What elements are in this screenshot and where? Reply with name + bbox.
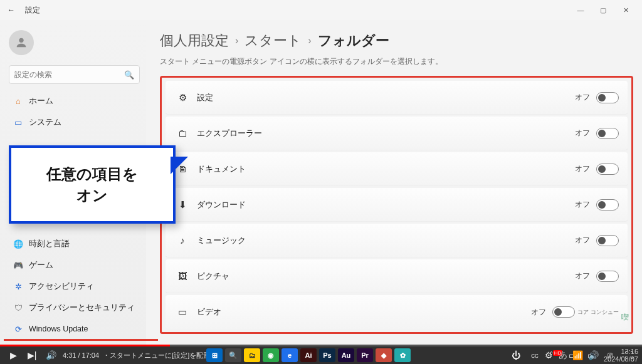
row-explorer[interactable]: 🗀 エクスプローラー オフ xyxy=(166,117,628,150)
tray-chevron-icon[interactable]: ˄ xyxy=(549,350,554,360)
taskbar-edge-icon[interactable]: e xyxy=(282,348,298,362)
sidebar-item-label: システム xyxy=(29,117,61,128)
sidebar-item-label: ゲーム xyxy=(29,260,53,271)
callout-text: 任意の項目を オン xyxy=(46,164,138,205)
screen-watermark: 喫 xyxy=(616,308,634,326)
row-label: 設定 xyxy=(197,92,575,103)
globe-icon: 🌐 xyxy=(11,239,25,249)
accessibility-icon: ✲ xyxy=(11,282,25,291)
toggle-switch[interactable] xyxy=(596,235,619,246)
row-label: ミュージック xyxy=(197,235,575,246)
system-icon: ▭ xyxy=(11,118,25,127)
taskbar-app2-icon[interactable]: ✿ xyxy=(394,348,411,362)
breadcrumb-folders: フォルダー xyxy=(318,31,389,50)
captions-button[interactable]: ㏄ xyxy=(525,350,544,361)
minimize-button[interactable]: — xyxy=(569,1,592,19)
next-button[interactable]: ▶| xyxy=(23,350,41,360)
search-input[interactable] xyxy=(14,70,124,79)
toggle-switch[interactable] xyxy=(596,164,619,175)
taskbar-explorer-icon[interactable]: 🗂 xyxy=(244,348,260,362)
autoplay-toggle[interactable]: ⏻ xyxy=(507,350,525,360)
window-title: 設定 xyxy=(25,5,40,16)
video-progress[interactable] xyxy=(0,345,642,346)
taskbar-pr-icon[interactable]: Pr xyxy=(357,348,373,362)
clock-date: 2024/08/07 xyxy=(604,355,638,363)
row-music[interactable]: ♪ ミュージック オフ xyxy=(166,224,628,257)
main-content: 個人用設定 › スタート › フォルダー スタート メニューの電源ボタン アイコ… xyxy=(146,20,642,346)
toggle-switch[interactable] xyxy=(552,306,575,318)
taskbar-search-icon[interactable]: 🔍 xyxy=(225,348,241,362)
toggle-switch[interactable] xyxy=(596,128,619,139)
profile[interactable] xyxy=(9,30,140,55)
toggle-state: オフ xyxy=(575,92,590,103)
video-time: 4:31 / 17:04 xyxy=(63,351,99,359)
sidebar-item-accessibility[interactable]: ✲ アクセシビリティ xyxy=(6,276,142,297)
back-button[interactable]: ← xyxy=(5,6,18,14)
sidebar-item-label: プライバシーとセキュリティ xyxy=(29,303,135,313)
sidebar-item-label: Windows Update xyxy=(29,325,88,333)
instruction-callout: 任意の項目を オン xyxy=(9,145,176,224)
breadcrumb-start[interactable]: スタート xyxy=(245,31,302,50)
tray-wifi-icon[interactable]: 📶 xyxy=(572,350,583,360)
tray-ime-icon[interactable]: あ xyxy=(559,350,567,361)
row-settings[interactable]: ⚙ 設定 オフ xyxy=(166,81,628,115)
toggle-state: オフ xyxy=(575,235,590,246)
row-pictures[interactable]: 🖼 ピクチャ オフ xyxy=(166,259,628,293)
breadcrumb-sep: › xyxy=(308,35,311,46)
volume-button[interactable]: 🔊 xyxy=(41,350,60,360)
taskbar-apps: ⊞ 🔍 🗂 ◉ e Ai Ps Au Pr ◆ ✿ xyxy=(176,348,441,363)
page-subheading: スタート メニューの電源ボタン アイコンの横に表示するフォルダーを選択します。 xyxy=(160,56,633,67)
callout-arrow xyxy=(171,159,184,172)
game-icon: 🎮 xyxy=(11,261,25,270)
breadcrumb-sep: › xyxy=(235,35,238,46)
home-icon: ⌂ xyxy=(11,96,25,106)
row-downloads[interactable]: ⬇ ダウンロード オフ xyxy=(166,188,628,222)
red-underline-annotation xyxy=(4,339,158,341)
svg-point-0 xyxy=(19,38,23,43)
sidebar-item-windows-update[interactable]: ⟳ Windows Update xyxy=(6,318,142,340)
row-label: エクスプローラー xyxy=(197,128,575,139)
system-tray[interactable]: ˄ あ 📶 🔊 13:16 2024/08/07 xyxy=(549,348,638,363)
gear-icon: ⚙ xyxy=(174,92,191,103)
toggle-switch[interactable] xyxy=(596,199,619,211)
avatar xyxy=(9,30,34,55)
picture-icon: 🖼 xyxy=(174,271,191,281)
row-label: ドキュメント xyxy=(197,164,575,175)
taskbar-au-icon[interactable]: Au xyxy=(338,348,354,362)
taskbar-ps-icon[interactable]: Ps xyxy=(319,348,335,362)
sidebar-item-label: ホーム xyxy=(29,96,53,107)
row-label: ピクチャ xyxy=(197,271,575,282)
toggle-switch[interactable] xyxy=(596,92,619,103)
update-icon: ⟳ xyxy=(11,325,25,334)
play-button[interactable]: ▶ xyxy=(4,350,23,360)
taskbar-chrome-icon[interactable]: ◉ xyxy=(263,348,279,362)
folder-icon: 🗀 xyxy=(174,128,191,138)
music-icon: ♪ xyxy=(174,235,191,246)
person-icon xyxy=(14,36,28,49)
video-icon: ▭ xyxy=(174,306,191,318)
breadcrumb-personalization[interactable]: 個人用設定 xyxy=(160,31,229,50)
taskbar-ai-icon[interactable]: Ai xyxy=(300,348,317,362)
row-documents[interactable]: 🗎 ドキュメント オフ xyxy=(166,152,628,186)
taskbar-app-icon[interactable]: ◆ xyxy=(376,348,392,362)
download-icon: ⬇ xyxy=(174,199,191,211)
shield-icon: 🛡 xyxy=(11,303,25,313)
toggle-switch[interactable] xyxy=(596,271,619,282)
sidebar-item-label: 時刻と言語 xyxy=(29,239,70,249)
taskbar-windows-icon[interactable]: ⊞ xyxy=(206,348,223,362)
sidebar-item-privacy[interactable]: 🛡 プライバシーとセキュリティ xyxy=(6,297,142,318)
sidebar-item-home[interactable]: ⌂ ホーム xyxy=(6,90,142,112)
close-button[interactable]: ✕ xyxy=(614,1,637,19)
maximize-button[interactable]: ▢ xyxy=(592,1,614,19)
clock-time: 13:16 xyxy=(621,348,638,355)
toggle-state: オフ xyxy=(575,271,590,281)
breadcrumb: 個人用設定 › スタート › フォルダー xyxy=(160,31,633,50)
search-box[interactable]: 🔍 xyxy=(9,65,140,84)
folders-panel-highlight: ⚙ 設定 オフ 🗀 エクスプローラー オフ 🗎 ドキュメント オフ ⬇ ダウンロ… xyxy=(160,76,633,334)
row-video[interactable]: ▭ ビデオ オフ コア コンシュー xyxy=(166,295,628,329)
sidebar-item-gaming[interactable]: 🎮 ゲーム xyxy=(6,254,142,276)
toggle-state: オフ xyxy=(575,199,590,210)
tray-volume-icon[interactable]: 🔊 xyxy=(588,350,599,360)
sidebar-item-system[interactable]: ▭ システム xyxy=(6,112,142,133)
sidebar-item-time-language[interactable]: 🌐 時刻と言語 xyxy=(6,233,142,254)
